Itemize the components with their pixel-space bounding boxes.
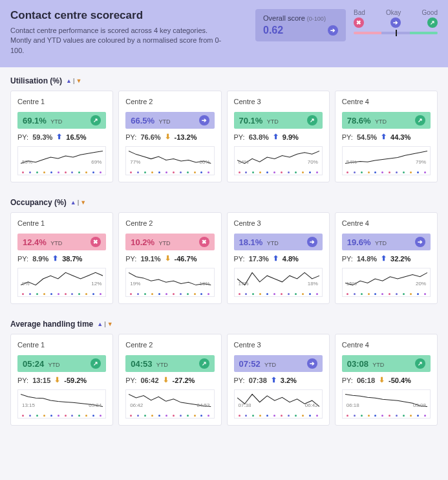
spark-left-label: 19% (130, 281, 140, 287)
band-icon: ✖ (199, 237, 209, 247)
metric-value: 18.1% (239, 237, 263, 247)
ytd-label: YTD (375, 118, 387, 125)
metric-value: 70.1% (239, 116, 263, 125)
py-label: PY: (17, 255, 28, 263)
card-utilisation-2: Centre 3 70.1% YTD ↗ PY: 63.8% ⬆ 9.9% (227, 91, 330, 182)
card-occupancy-1: Centre 2 10.2% YTD ✖ PY: 19.1% ⬇ -46.7% (118, 212, 221, 304)
sparkline-dots (237, 415, 319, 417)
score-legend: Bad Okay Good ✖ ➔ ↗ (354, 9, 438, 36)
spark-left-label: 77% (130, 159, 140, 165)
scale-indicator (396, 30, 397, 36)
change-value: 16.5% (66, 133, 86, 141)
overall-value-row: 0.62 ➔ (263, 25, 338, 36)
section-title: Utilisation (%) ▲|▼ (10, 76, 438, 85)
ytd-label: YTD (48, 362, 60, 368)
py-label: PY: (234, 376, 245, 384)
py-row: PY: 76.6% ⬇ -13.2% (125, 133, 214, 141)
metric-band: 78.6% YTD ↗ (342, 112, 431, 129)
spark-left-label: 06:42 (130, 402, 143, 408)
sparkline: 9% 12% (21, 271, 103, 292)
band-icon: ➔ (307, 237, 317, 247)
metric-band: 07:52 YTD ➔ (234, 355, 323, 372)
section-title-text: Occupancy (%) (10, 198, 67, 207)
band-icon: ↗ (307, 115, 317, 125)
sort-control[interactable]: ▲|▼ (97, 321, 112, 327)
band-icon: ↗ (91, 115, 101, 125)
sparkline-box: 07:38 06:42 (234, 389, 323, 419)
ytd-label: YTD (375, 240, 387, 246)
metric-band: 18.1% YTD ➔ (234, 234, 323, 250)
spark-left-label: 9% (22, 281, 30, 287)
py-label: PY: (125, 376, 136, 384)
band-icon: ✖ (91, 237, 101, 247)
arrow-down-icon: ⬇ (165, 133, 171, 141)
sparkline: 06:18 03:08 (345, 393, 427, 413)
py-row: PY: 14.8% ⬆ 32.2% (342, 254, 431, 263)
arrow-down-icon: ⬇ (54, 376, 60, 384)
sparkline: 64% 70% (237, 149, 319, 170)
sparkline-box: 77% 66% (125, 146, 214, 175)
spark-right-label: 03:08 (413, 402, 426, 408)
py-row: PY: 54.5% ⬆ 44.3% (342, 133, 431, 141)
arrow-up-icon: ⬆ (273, 254, 279, 263)
metric-band: 10.2% YTD ✖ (125, 234, 214, 250)
py-row: PY: 06:18 ⬇ -50.4% (342, 376, 431, 384)
change-value: 9.9% (283, 133, 299, 141)
band-icon: ➔ (415, 237, 425, 247)
change-value: -27.2% (173, 376, 195, 384)
sparkline: 06:42 04:53 (129, 393, 211, 413)
sort-control[interactable]: ▲|▼ (66, 78, 81, 84)
metric-value-wrap: 04:53 YTD (131, 359, 168, 369)
card-occupancy-0: Centre 1 12.4% YTD ✖ PY: 8.9% ⬆ 38.7% (10, 212, 113, 304)
change-value: 4.8% (283, 255, 299, 263)
band-icon: ➔ (199, 115, 209, 125)
band-icon: ➔ (307, 358, 317, 369)
card-title: Centre 2 (125, 98, 214, 105)
metric-value: 07:52 (239, 359, 261, 369)
spark-left-label: 64% (239, 159, 249, 165)
arrow-down-icon: ⬇ (165, 254, 171, 263)
change-value: -46.7% (175, 255, 197, 263)
metric-band: 19.6% YTD ➔ (342, 234, 431, 250)
metric-value-wrap: 18.1% YTD (239, 237, 279, 247)
py-label: PY: (234, 255, 245, 263)
py-value: 63.8% (249, 133, 269, 141)
arrow-down-icon: ⬇ (379, 376, 385, 384)
ytd-label: YTD (50, 118, 62, 125)
py-label: PY: (234, 133, 245, 141)
header-right: Overall score (0-100) 0.62 ➔ Bad Okay Go… (255, 9, 438, 56)
band-icon: ↗ (415, 358, 425, 369)
overall-range: (0-100) (307, 16, 326, 22)
legend-good-label: Good (422, 9, 438, 16)
sparkline: 13:15 05:24 (21, 393, 103, 413)
sparkline-box: 13:15 05:24 (17, 389, 106, 419)
arrow-up-icon: ⬆ (52, 254, 58, 263)
metric-band: 05:24 YTD ↗ (17, 355, 106, 372)
metric-value: 05:24 (23, 359, 44, 369)
legend-scale (354, 32, 438, 36)
sparkline-dots (237, 293, 319, 295)
change-value: -13.2% (175, 133, 197, 141)
change-value: -59.2% (64, 376, 87, 384)
sort-control[interactable]: ▲|▼ (70, 199, 86, 206)
sparkline: 59% 69% (21, 149, 103, 170)
spark-right-label: 18% (308, 281, 318, 287)
py-value: 54.5% (357, 133, 377, 141)
cards-row: Centre 1 69.1% YTD ↗ PY: 59.3% ⬆ 16.5% (10, 91, 438, 182)
py-label: PY: (342, 376, 353, 384)
py-row: PY: 06:42 ⬇ -27.2% (125, 376, 214, 384)
arrow-up-icon: ⬆ (381, 133, 387, 141)
py-value: 76.6% (140, 133, 160, 141)
py-row: PY: 19.1% ⬇ -46.7% (125, 254, 214, 263)
spark-left-label: 59% (22, 159, 32, 165)
cards-row: Centre 1 05:24 YTD ↗ PY: 13:15 ⬇ -59.2% (10, 334, 438, 426)
sparkline-dots (345, 293, 427, 295)
sparkline-dots (21, 415, 103, 417)
py-row: PY: 63.8% ⬆ 9.9% (234, 133, 323, 141)
spark-right-label: 04:53 (197, 402, 209, 408)
section-aht: Average handling time ▲|▼ Centre 1 05:24… (0, 311, 448, 432)
spark-right-label: 06:42 (305, 402, 318, 408)
header: Contact centre scorecard Contact centre … (0, 0, 448, 67)
change-value: 3.2% (281, 376, 297, 384)
change-value: 38.7% (62, 255, 82, 263)
